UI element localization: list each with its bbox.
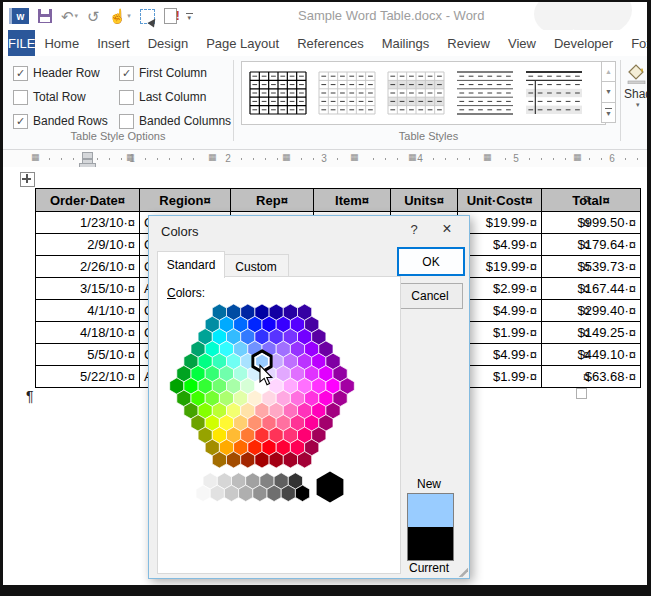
table-column-marker[interactable]: ▦ <box>408 153 417 162</box>
black-hex[interactable] <box>317 472 344 503</box>
table-column-marker[interactable]: ▦ <box>350 153 359 162</box>
gallery-down-icon[interactable]: ▼ <box>601 82 616 102</box>
table-column-marker[interactable]: ▦ <box>126 153 135 162</box>
table-style-thumbnail-horizontal-lines-table[interactable] <box>454 68 516 118</box>
tab-insert[interactable]: Insert <box>88 30 139 56</box>
table-cell-unit_cost[interactable]: $2.99·¤ <box>458 278 542 300</box>
table-cell-unit_cost[interactable]: $19.99·¤ <box>458 212 542 234</box>
customize-qat-icon[interactable]: ▾ <box>186 13 193 20</box>
help-icon[interactable]: ? <box>405 222 423 237</box>
checkbox-first-column[interactable]: ✓First Column <box>119 64 231 82</box>
checkbox-label: Last Column <box>139 90 206 104</box>
checkbox-last-column[interactable]: Last Column <box>119 88 231 106</box>
save-icon[interactable] <box>38 9 52 23</box>
table-move-handle[interactable] <box>20 172 35 187</box>
tab-page-layout[interactable]: Page Layout <box>197 30 288 56</box>
header-cell-rep[interactable]: Rep¤ <box>231 189 314 212</box>
header-cell-units[interactable]: Units¤ <box>391 189 458 212</box>
ruler-tick <box>253 158 254 160</box>
resize-grip[interactable] <box>455 564 468 577</box>
table-resize-handle[interactable] <box>576 388 587 399</box>
table-cell-date[interactable]: 4/1/10·¤ <box>36 300 140 322</box>
checkbox-label: Total Row <box>33 90 86 104</box>
tab-design[interactable]: Design <box>139 30 197 56</box>
table-column-marker[interactable]: ▦ <box>31 153 40 162</box>
checkbox-box[interactable] <box>119 114 134 129</box>
gallery-more-icon[interactable]: ▼ <box>601 103 616 123</box>
header-cell-unit-cost[interactable]: Unit·Cost¤ <box>458 189 542 212</box>
standard-colors-hexagon[interactable] <box>158 303 400 571</box>
table-cell-total[interactable]: $999.50·¤ <box>542 212 641 234</box>
touch-mode-icon[interactable]: ☝▾ <box>109 7 131 25</box>
ribbon: ✓Header RowTotal Row✓Banded Rows ✓First … <box>3 56 647 150</box>
table-cell-total[interactable]: $63.68·¤ <box>542 366 641 388</box>
ruler-tick <box>97 158 98 160</box>
table-cell-unit_cost[interactable]: $4.99·¤ <box>458 300 542 322</box>
table-cell-unit_cost[interactable]: $19.99·¤ <box>458 256 542 278</box>
table-column-marker[interactable]: ▦ <box>573 153 582 162</box>
table-cell-total[interactable]: $449.10·¤ <box>542 344 641 366</box>
checkbox-box[interactable] <box>13 90 28 105</box>
table-column-marker[interactable]: ▦ <box>208 153 217 162</box>
checkbox-box[interactable]: ✓ <box>13 114 28 129</box>
select-object-icon[interactable] <box>140 9 155 24</box>
checkbox-banded-columns[interactable]: Banded Columns <box>119 112 231 130</box>
checkbox-box[interactable] <box>119 90 134 105</box>
header-cell-item[interactable]: Item¤ <box>314 189 391 212</box>
table-cell-date[interactable]: 2/9/10·¤ <box>36 234 140 256</box>
checkbox-header-row[interactable]: ✓Header Row <box>13 64 108 82</box>
colors-dialog: Colors ? × Standard Custom Colors: OK Ca… <box>148 215 470 579</box>
ruler-tick <box>265 158 266 160</box>
tab-references[interactable]: References <box>288 30 372 56</box>
table-cell-unit_cost[interactable]: $4.99·¤ <box>458 234 542 256</box>
document-alert-icon[interactable] <box>164 8 177 24</box>
table-cell-date[interactable]: 2/26/10·¤ <box>36 256 140 278</box>
header-cell-order-date[interactable]: Order·Date¤ <box>36 189 140 212</box>
table-cell-total[interactable]: $539.73·¤ <box>542 256 641 278</box>
close-icon[interactable]: × <box>437 220 457 238</box>
ok-button[interactable]: OK <box>397 247 465 276</box>
tab-mailings[interactable]: Mailings <box>373 30 439 56</box>
table-style-thumbnail-banded-rows-table[interactable] <box>385 68 447 118</box>
tab-custom[interactable]: Custom <box>223 254 289 278</box>
table-cell-date[interactable]: 4/18/10·¤ <box>36 322 140 344</box>
table-style-thumbnail-list-table[interactable] <box>523 68 585 118</box>
table-cell-unit_cost[interactable]: $4.99·¤ <box>458 344 542 366</box>
table-cell-date[interactable]: 1/23/10·¤ <box>36 212 140 234</box>
undo-icon[interactable]: ↶▾ <box>61 7 78 25</box>
checkbox-box[interactable]: ✓ <box>13 66 28 81</box>
ruler-tick <box>277 158 278 160</box>
tab-home[interactable]: Home <box>35 30 88 56</box>
header-cell-region[interactable]: Region¤ <box>140 189 231 212</box>
redo-icon[interactable]: ↺ <box>87 7 100 25</box>
tab-view[interactable]: View <box>499 30 545 56</box>
table-cell-total[interactable]: $299.40·¤ <box>542 300 641 322</box>
cancel-button[interactable]: Cancel <box>397 283 463 309</box>
tab-standard[interactable]: Standard <box>157 251 225 278</box>
table-cell-unit_cost[interactable]: $1.99·¤ <box>458 322 542 344</box>
tab-file[interactable]: FILE <box>8 30 35 56</box>
table-cell-total[interactable]: $179.64·¤ <box>542 234 641 256</box>
window-frame <box>0 0 651 2</box>
table-style-thumbnail-table-grid[interactable] <box>247 68 309 118</box>
tab-review[interactable]: Review <box>438 30 499 56</box>
table-cell-date[interactable]: 3/15/10·¤ <box>36 278 140 300</box>
horizontal-ruler[interactable]: 123456▦▦▦▦▦▦▦▦ <box>3 150 647 168</box>
gallery-up-icon[interactable]: ▲ <box>601 61 616 82</box>
table-cell-date[interactable]: 5/5/10·¤ <box>36 344 140 366</box>
header-cell-total[interactable]: Total¤ <box>542 189 641 212</box>
table-cell-total[interactable]: $149.25·¤ <box>542 322 641 344</box>
table-cell-total[interactable]: $167.44·¤ <box>542 278 641 300</box>
table-cell-date[interactable]: 5/22/10·¤ <box>36 366 140 388</box>
table-style-thumbnail-plain-table[interactable] <box>316 68 378 118</box>
tab-developer[interactable]: Developer <box>545 30 622 56</box>
table-cell-unit_cost[interactable]: $1.99·¤ <box>458 366 542 388</box>
ruler-tick <box>601 158 602 160</box>
indent-marker[interactable] <box>82 152 93 159</box>
word-window: w ↶▾ ↺ ☝▾ ▾ Sample Word Table.docx - Wor… <box>0 0 651 596</box>
checkbox-total-row[interactable]: Total Row <box>13 88 108 106</box>
checkbox-banded-rows[interactable]: ✓Banded Rows <box>13 112 108 130</box>
table-column-marker[interactable]: ▦ <box>483 153 492 162</box>
checkbox-box[interactable]: ✓ <box>119 66 134 81</box>
table-column-marker[interactable]: ▦ <box>282 153 291 162</box>
